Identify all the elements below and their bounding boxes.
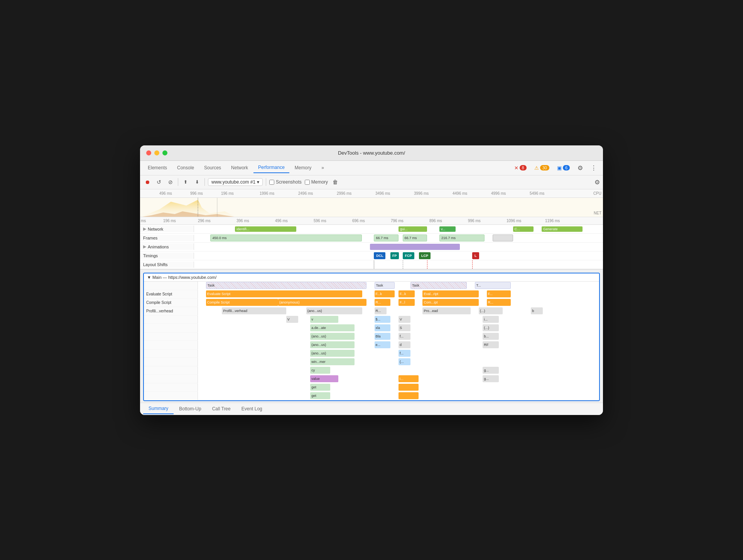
f-block-2[interactable]: f... — [399, 350, 410, 357]
eval-bar-3[interactable]: F...k — [399, 290, 415, 297]
cpu-chart: NET — [140, 198, 603, 217]
traffic-lights — [146, 150, 167, 155]
toolbar: ⏺ ↺ ⊘ ⬆ ⬇ www.youtube.com #1 ▾ Screensho… — [140, 175, 603, 189]
more-icon[interactable]: ⋮ — [588, 163, 600, 173]
yellow-block-1[interactable] — [399, 384, 419, 391]
ms-tick-496: 496 ms — [275, 219, 288, 223]
compile-bar-2[interactable]: (anonymous) — [278, 299, 366, 306]
download-button[interactable]: ⬇ — [193, 178, 201, 186]
maximize-button[interactable] — [162, 150, 167, 155]
frame-block-450: 450.0 ms — [210, 234, 361, 241]
settings-icon[interactable]: ⚙ — [574, 163, 586, 173]
v-block-1[interactable]: V — [286, 316, 298, 323]
memory-icon[interactable]: 🗑 — [331, 178, 339, 186]
flame-content-profiling: Profili...verhead (ano...us) R... Pro...… — [198, 307, 599, 315]
tab-call-tree[interactable]: Call Tree — [207, 404, 236, 414]
close-button[interactable] — [146, 150, 151, 155]
refresh-button[interactable]: ↺ — [155, 178, 163, 186]
yellow-block-2[interactable] — [399, 392, 419, 399]
task-bar-1[interactable]: Task — [206, 282, 366, 289]
flame-label-4 — [144, 315, 198, 324]
g-block-2[interactable]: g... — [483, 375, 499, 382]
tab-performance[interactable]: Performance — [253, 162, 289, 173]
flame-content-evaluate: Evaluate Script F...k F...k Eval...ript … — [198, 290, 599, 298]
layout-shifts-row: Layout Shifts — [140, 260, 603, 269]
profiling-bar-5[interactable]: (...) — [479, 307, 503, 314]
bla-block[interactable]: Bla — [375, 333, 391, 340]
s-block[interactable]: S — [399, 324, 410, 331]
compile-bar-6[interactable]: R... — [487, 299, 511, 306]
ms-tick-996: 996 ms — [468, 219, 481, 223]
profiling-bar-4[interactable]: Pro...ead — [422, 307, 471, 314]
minimize-button[interactable] — [154, 150, 159, 155]
get-block-2[interactable]: get — [310, 392, 330, 399]
tab-bottom-up[interactable]: Bottom-Up — [174, 404, 206, 414]
compile-bar-3[interactable]: R... — [375, 299, 391, 306]
profiling-bar-2[interactable]: (ano...us) — [306, 307, 363, 314]
eval-bar-2[interactable]: F...k — [375, 290, 395, 297]
profiling-bar-3[interactable]: R... — [375, 307, 387, 314]
tab-bar: Elements Console Sources Network Perform… — [140, 161, 603, 175]
anous-block-3[interactable]: (ano...us) — [310, 350, 354, 357]
screenshots-checkbox[interactable] — [269, 180, 274, 185]
task-bar-4[interactable]: T... — [475, 282, 511, 289]
record-button[interactable]: ⏺ — [143, 178, 152, 186]
xla-block[interactable]: xla — [375, 324, 391, 331]
tab-summary[interactable]: Summary — [143, 403, 174, 414]
i-yellow-block[interactable]: i... — [399, 375, 419, 382]
dollar-block[interactable]: $... — [375, 316, 391, 323]
b-block[interactable]: b... — [483, 333, 499, 340]
task-bar-3[interactable]: Task — [410, 282, 467, 289]
tab-more[interactable]: » — [317, 163, 329, 173]
upload-button[interactable]: ⬆ — [181, 178, 190, 186]
title-bar: DevTools - www.youtube.com/ — [140, 145, 603, 161]
cy-block[interactable]: cy — [310, 367, 330, 374]
tab-event-log[interactable]: Event Log — [236, 404, 268, 414]
eval-bar-4[interactable]: Eval...ript — [422, 290, 479, 297]
adelate-block[interactable]: a.de...ate — [310, 324, 354, 331]
d-block[interactable]: d — [399, 341, 410, 348]
tab-elements[interactable]: Elements — [143, 163, 172, 173]
compile-bar-5[interactable]: Com...ipt — [422, 299, 479, 306]
flame-row-8: (ano...us) f... — [144, 349, 599, 358]
flame-row-7: (ano...us) e... d RF — [144, 341, 599, 349]
url-dropdown[interactable]: www.youtube.com #1 ▾ — [208, 178, 263, 186]
ms-tick-1096: 1096 ms — [507, 219, 521, 223]
rf-block[interactable]: RF — [483, 341, 499, 348]
anous-block-1[interactable]: (ano...us) — [310, 333, 354, 340]
anous-block-2[interactable]: (ano...us) — [310, 341, 354, 348]
e-block[interactable]: e... — [375, 341, 391, 348]
tab-console[interactable]: Console — [172, 163, 199, 173]
dots-block[interactable]: (...) — [483, 324, 499, 331]
layout-shifts-label: Layout Shifts — [140, 261, 194, 268]
memory-label: Memory — [311, 179, 328, 185]
get-block-1[interactable]: get — [310, 384, 330, 391]
v-block-3[interactable]: V — [399, 316, 410, 323]
compile-bar-1[interactable]: Compile Script — [206, 299, 278, 306]
memory-checkbox[interactable] — [305, 180, 310, 185]
f-block-1[interactable]: f... — [399, 333, 410, 340]
eval-bar-1[interactable]: Evaluate Script — [206, 290, 363, 297]
v-block-2[interactable]: v — [310, 316, 338, 323]
tab-network[interactable]: Network — [226, 163, 253, 173]
i-block[interactable]: i... — [483, 316, 499, 323]
flame-label-9 — [144, 358, 198, 366]
profiling-bar-1[interactable]: Profili...verhead — [222, 307, 286, 314]
winmer-block[interactable]: win...mer — [310, 358, 354, 365]
g-block-1[interactable]: g... — [483, 367, 499, 374]
perf-settings-icon[interactable]: ⚙ — [594, 179, 600, 186]
flame-content-12: get — [198, 383, 599, 391]
frame-block-667-2: 66.7 ms — [403, 234, 427, 241]
open-paren-block[interactable]: (... — [399, 358, 410, 365]
dashed-line-3 — [427, 260, 427, 269]
profiling-bar-6[interactable]: b — [531, 307, 543, 314]
bottom-tabs: Summary Bottom-Up Call Tree Event Log — [140, 403, 603, 415]
tab-sources[interactable]: Sources — [199, 163, 226, 173]
eval-bar-5[interactable]: F... — [487, 290, 511, 297]
tab-memory[interactable]: Memory — [290, 163, 316, 173]
clear-button[interactable]: ⊘ — [166, 178, 175, 186]
task-bar-2[interactable]: Task — [375, 282, 395, 289]
compile-bar-4[interactable]: F...l — [399, 299, 415, 306]
value-block[interactable]: value — [310, 375, 338, 382]
frames-content: 450.0 ms 66.7 ms 66.7 ms 216.7 ms — [194, 234, 603, 242]
